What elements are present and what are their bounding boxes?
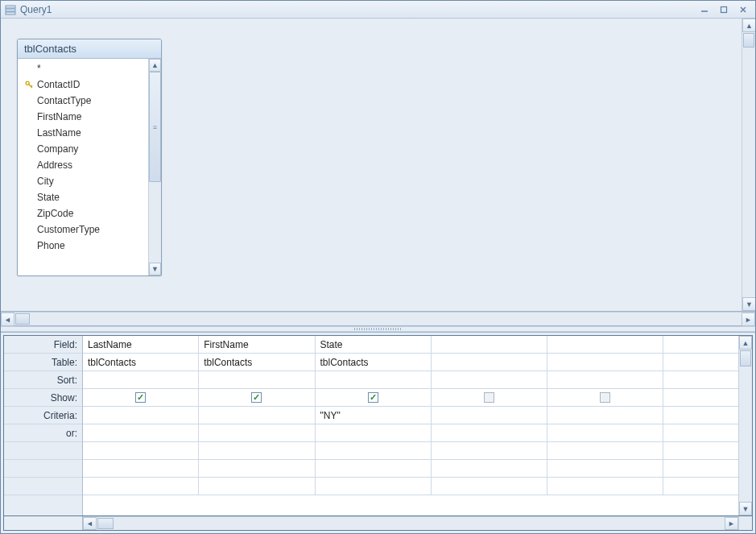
qbe-cell-sort[interactable]: [199, 371, 315, 388]
scroll-right-icon[interactable]: ►: [742, 313, 755, 326]
qbe-cell[interactable]: [316, 478, 432, 495]
qbe-cell[interactable]: [199, 478, 315, 495]
qbe-cell-table[interactable]: tblContacts: [316, 354, 432, 370]
qbe-cell-table[interactable]: tblContacts: [199, 354, 315, 370]
scroll-left-icon[interactable]: ◄: [1, 313, 14, 326]
qbe-cell-field[interactable]: [432, 336, 547, 353]
qbe-cell-show[interactable]: [663, 389, 738, 406]
qbe-cell[interactable]: [547, 460, 663, 477]
show-checkbox[interactable]: [251, 392, 262, 403]
qbe-cell[interactable]: [316, 460, 432, 477]
diagram-vertical-scrollbar[interactable]: ▲ ▼: [742, 19, 755, 311]
show-checkbox[interactable]: [484, 392, 494, 403]
qbe-cell[interactable]: [199, 442, 315, 459]
scroll-thumb[interactable]: [149, 72, 161, 182]
qbe-cell-criteria[interactable]: [432, 407, 547, 424]
close-button[interactable]: [734, 4, 752, 15]
field-row[interactable]: FirstName: [21, 109, 148, 125]
qbe-cell-show[interactable]: [83, 389, 199, 406]
qbe-cell[interactable]: [432, 478, 547, 495]
table-fieldlist-header[interactable]: tblContacts: [18, 39, 161, 59]
qbe-cell-field[interactable]: State: [316, 336, 432, 353]
qbe-cell-criteria[interactable]: [83, 407, 199, 424]
scroll-down-icon[interactable]: ▼: [149, 263, 161, 275]
qbe-cell-show[interactable]: [432, 389, 547, 406]
scroll-up-icon[interactable]: ▲: [742, 19, 755, 32]
diagram-horizontal-scrollbar[interactable]: ◄ ►: [1, 312, 755, 325]
scroll-right-icon[interactable]: ►: [725, 517, 738, 530]
qbe-cell-criteria[interactable]: [663, 407, 738, 424]
qbe-cell-criteria[interactable]: [199, 407, 315, 424]
qbe-cell-field[interactable]: [663, 336, 738, 353]
qbe-cell[interactable]: [547, 442, 663, 459]
field-row[interactable]: Company: [21, 141, 148, 157]
qbe-cell-or[interactable]: [199, 424, 315, 441]
qbe-cell-show[interactable]: [547, 389, 663, 406]
qbe-horizontal-scrollbar[interactable]: ◄ ►: [3, 516, 753, 531]
qbe-cell[interactable]: [663, 442, 738, 459]
qbe-cell-sort[interactable]: [83, 371, 199, 388]
minimize-button[interactable]: [696, 4, 713, 15]
qbe-cell[interactable]: [83, 460, 199, 477]
qbe-grid[interactable]: LastNameFirstNameStatetblContactstblCont…: [83, 336, 738, 515]
qbe-cell-sort[interactable]: [316, 371, 432, 388]
qbe-cell[interactable]: [432, 460, 547, 477]
field-row[interactable]: Phone: [21, 238, 148, 254]
qbe-cell[interactable]: [663, 478, 738, 495]
scroll-up-icon[interactable]: ▲: [739, 336, 752, 350]
field-row[interactable]: ContactID: [21, 77, 148, 93]
field-row[interactable]: CustomerType: [21, 221, 148, 238]
qbe-cell-table[interactable]: [663, 354, 738, 370]
scroll-down-icon[interactable]: ▼: [742, 297, 755, 311]
field-row[interactable]: *: [21, 60, 148, 77]
qbe-cell[interactable]: [663, 460, 738, 477]
qbe-cell-sort[interactable]: [547, 371, 663, 388]
field-row[interactable]: State: [21, 189, 148, 205]
qbe-cell[interactable]: [316, 442, 432, 459]
show-checkbox[interactable]: [600, 392, 610, 403]
qbe-cell-or[interactable]: [432, 424, 547, 441]
table-fieldlist[interactable]: tblContacts *ContactIDContactTypeFirstNa…: [17, 39, 162, 276]
qbe-cell-sort[interactable]: [663, 371, 738, 388]
qbe-cell-or[interactable]: [663, 424, 738, 441]
scroll-thumb[interactable]: [97, 518, 114, 529]
field-row[interactable]: LastName: [21, 125, 148, 141]
scroll-left-icon[interactable]: ◄: [83, 517, 97, 530]
qbe-cell-show[interactable]: [199, 389, 315, 406]
qbe-cell-field[interactable]: FirstName: [199, 336, 315, 353]
field-row[interactable]: Address: [21, 157, 148, 173]
field-row[interactable]: City: [21, 173, 148, 189]
restore-button[interactable]: [715, 4, 733, 15]
scroll-down-icon[interactable]: ▼: [739, 502, 752, 515]
qbe-vertical-scrollbar[interactable]: ▲ ▼: [738, 336, 752, 515]
scroll-thumb[interactable]: [15, 313, 30, 325]
qbe-cell-field[interactable]: LastName: [83, 336, 199, 353]
qbe-cell-show[interactable]: [316, 389, 432, 406]
qbe-cell-table[interactable]: [432, 354, 547, 370]
field-row[interactable]: ZipCode: [21, 205, 148, 221]
field-row[interactable]: ContactType: [21, 93, 148, 109]
qbe-cell[interactable]: [83, 478, 199, 495]
qbe-cell[interactable]: [432, 442, 547, 459]
fieldlist-scrollbar[interactable]: ▲ ▼: [148, 59, 161, 275]
qbe-cell-criteria[interactable]: [547, 407, 663, 424]
scroll-thumb[interactable]: [740, 350, 751, 366]
qbe-cell[interactable]: [83, 442, 199, 459]
qbe-cell-or[interactable]: [547, 424, 663, 441]
show-checkbox[interactable]: [368, 392, 378, 403]
qbe-cell-sort[interactable]: [432, 371, 547, 388]
qbe-cell-field[interactable]: [547, 336, 663, 353]
show-checkbox[interactable]: [135, 392, 146, 403]
qbe-cell[interactable]: [199, 460, 315, 477]
qbe-cell-or[interactable]: [316, 424, 432, 441]
field-name: LastName: [35, 127, 81, 139]
qbe-cell-table[interactable]: tblContacts: [83, 354, 199, 370]
qbe-cell-criteria[interactable]: "NY": [316, 407, 432, 424]
qbe-cell[interactable]: [547, 478, 663, 495]
scroll-thumb[interactable]: [743, 33, 754, 48]
pane-splitter[interactable]: [1, 326, 755, 332]
scroll-up-icon[interactable]: ▲: [149, 59, 161, 72]
diagram-pane[interactable]: tblContacts *ContactIDContactTypeFirstNa…: [1, 19, 755, 326]
qbe-cell-or[interactable]: [83, 424, 199, 441]
qbe-cell-table[interactable]: [547, 354, 663, 370]
